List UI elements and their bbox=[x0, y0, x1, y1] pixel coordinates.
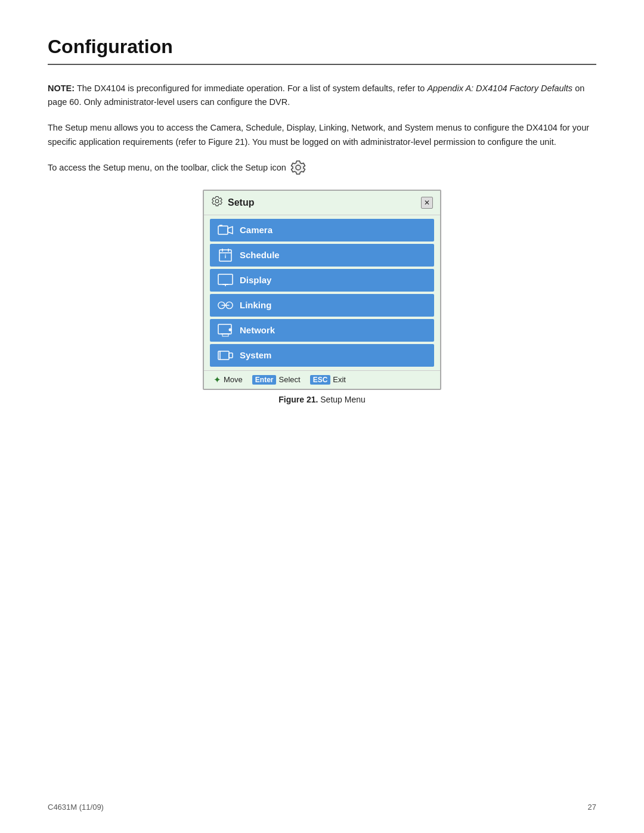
svg-text:i: i bbox=[225, 253, 227, 259]
note-text: The DX4104 is preconfigured for immediat… bbox=[77, 83, 428, 93]
note-label: NOTE: bbox=[48, 83, 75, 93]
move-arrow-icon: ✦ bbox=[213, 374, 221, 385]
access-line: To access the Setup menu, on the toolbar… bbox=[48, 160, 596, 176]
figure-caption: Figure 21. Setup Menu bbox=[278, 395, 366, 404]
svg-marker-3 bbox=[228, 227, 233, 234]
page-title: Configuration bbox=[48, 36, 596, 65]
footer-enter: Enter Select bbox=[252, 375, 301, 385]
schedule-label: Schedule bbox=[240, 250, 280, 260]
menu-item-camera[interactable]: Camera bbox=[210, 219, 434, 241]
svg-rect-2 bbox=[218, 226, 228, 234]
setup-menu-items: Camera i Schedule bbox=[204, 215, 440, 370]
svg-rect-4 bbox=[219, 225, 222, 226]
footer-select-label: Select bbox=[278, 375, 300, 384]
setup-close-button[interactable]: ✕ bbox=[421, 197, 433, 209]
setup-window: Setup ✕ Camera bbox=[203, 190, 441, 390]
camera-label: Camera bbox=[240, 225, 273, 235]
schedule-icon: i bbox=[217, 249, 234, 262]
menu-item-schedule[interactable]: i Schedule bbox=[210, 244, 434, 267]
network-icon bbox=[217, 324, 234, 337]
gear-icon bbox=[290, 160, 306, 176]
figure-text: Setup Menu bbox=[320, 395, 366, 404]
linking-icon bbox=[217, 299, 234, 312]
svg-rect-10 bbox=[218, 274, 233, 284]
menu-item-system[interactable]: System bbox=[210, 344, 434, 367]
setup-title-text: Setup bbox=[228, 197, 254, 208]
note-italic: Appendix A: DX4104 Factory Defaults bbox=[427, 83, 572, 93]
svg-rect-21 bbox=[229, 353, 233, 358]
display-icon bbox=[217, 274, 234, 287]
footer-esc: ESC Exit bbox=[310, 375, 346, 385]
note-block: NOTE: The DX4104 is preconfigured for im… bbox=[48, 82, 596, 109]
menu-item-display[interactable]: Display bbox=[210, 269, 434, 292]
esc-key: ESC bbox=[310, 375, 331, 385]
network-label: Network bbox=[240, 325, 275, 335]
setup-menu-container: Setup ✕ Camera bbox=[48, 190, 596, 404]
menu-item-network[interactable]: Network bbox=[210, 319, 434, 342]
svg-point-1 bbox=[215, 199, 219, 203]
enter-key: Enter bbox=[252, 375, 277, 385]
setup-gear-icon bbox=[211, 196, 223, 210]
setup-title-left: Setup bbox=[211, 196, 254, 210]
setup-footer: ✦ Move Enter Select ESC Exit bbox=[204, 370, 440, 389]
figure-label: Figure 21. bbox=[278, 395, 318, 404]
svg-point-19 bbox=[229, 328, 232, 331]
footer-exit-label: Exit bbox=[333, 375, 346, 384]
menu-item-linking[interactable]: Linking bbox=[210, 294, 434, 317]
linking-label: Linking bbox=[240, 300, 271, 310]
camera-icon bbox=[217, 224, 234, 237]
body-paragraph: The Setup menu allows you to access the … bbox=[48, 121, 596, 148]
setup-titlebar: Setup ✕ bbox=[204, 191, 440, 215]
footer-document-id: C4631M (11/09) bbox=[48, 803, 104, 812]
system-label: System bbox=[240, 350, 271, 360]
access-line-text: To access the Setup menu, on the toolbar… bbox=[48, 161, 286, 175]
footer-page-number: 27 bbox=[588, 803, 596, 812]
display-label: Display bbox=[240, 275, 271, 285]
footer-move: ✦ Move bbox=[213, 374, 243, 385]
svg-point-0 bbox=[296, 165, 301, 170]
footer-move-label: Move bbox=[224, 375, 243, 384]
system-icon bbox=[217, 349, 234, 362]
